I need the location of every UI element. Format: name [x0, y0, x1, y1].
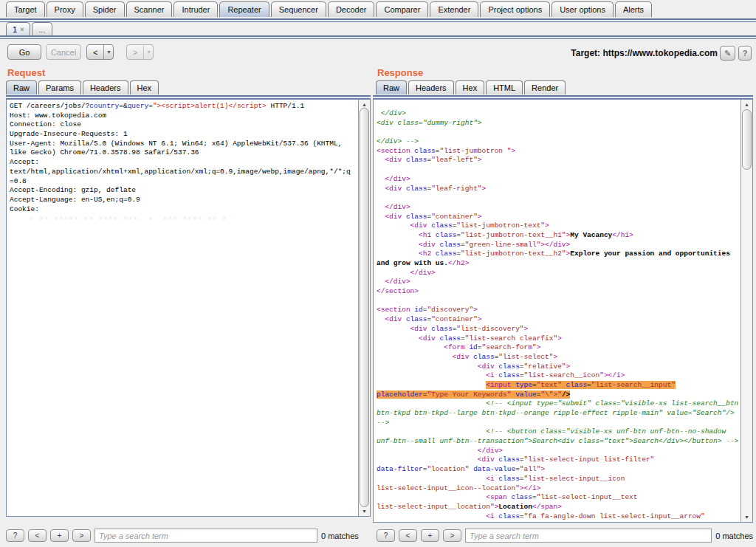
- add-highlight-button[interactable]: +: [50, 529, 69, 542]
- separator-line: [0, 18, 756, 22]
- code-line: <h2 class="list-jumbotron-text__h2">Expl…: [377, 250, 740, 259]
- code-line: <i class="list-select-input__icon: [377, 475, 740, 484]
- tab-target[interactable]: Target: [6, 1, 45, 17]
- scrollbar-thumb[interactable]: [360, 108, 369, 507]
- scroll-up-icon[interactable]: ▲: [359, 101, 370, 108]
- question-icon: ?: [743, 49, 748, 58]
- repeater-tab-more[interactable]: ...: [32, 22, 52, 36]
- tab-alerts[interactable]: Alerts: [615, 1, 652, 17]
- response-panel-title: Response: [377, 67, 423, 78]
- code-line: <!-- <button class="visible-xs unf-btn u…: [377, 427, 740, 437]
- pencil-icon: ✎: [724, 49, 731, 58]
- request-tab-params[interactable]: Params: [38, 80, 81, 94]
- request-tab-hex[interactable]: Hex: [130, 80, 159, 94]
- tab-proxy[interactable]: Proxy: [47, 1, 83, 17]
- code-line: <div class="list-search clearfix">: [377, 334, 740, 344]
- scrollbar-thumb[interactable]: [742, 109, 752, 170]
- code-line: list-select-input__location">Location</s…: [377, 503, 740, 512]
- code-line: <div class="green-line-small"></div>: [377, 241, 740, 250]
- prev-match-button[interactable]: <: [28, 529, 47, 542]
- code-line: <section id="discovery">: [377, 306, 740, 315]
- code-line: · ·· ····· ·· ···· ··· · ··· ···· ·· ·: [10, 214, 358, 224]
- code-line: </div>: [377, 175, 740, 185]
- cancel-button[interactable]: Cancel: [46, 44, 81, 60]
- repeater-tab-1[interactable]: 1 ×: [6, 22, 30, 36]
- tab-comparer[interactable]: Comparer: [376, 1, 428, 17]
- go-button[interactable]: Go: [7, 44, 41, 60]
- previous-request-button[interactable]: < ▾: [86, 44, 114, 60]
- code-line: <i class="list-search__icon"></i>: [377, 371, 740, 381]
- target-url-label: Target: https://www.tokopedia.com: [571, 48, 718, 58]
- tab-intruder[interactable]: Intruder: [173, 1, 218, 17]
- tab-scanner[interactable]: Scanner: [126, 1, 173, 17]
- add-highlight-button[interactable]: +: [421, 529, 439, 542]
- code-line: <div class="relative">: [377, 362, 740, 372]
- response-search-bar: ?<+> 0 matches: [377, 526, 753, 546]
- help-button[interactable]: ?: [377, 529, 395, 542]
- tab-user-options[interactable]: User options: [551, 1, 614, 17]
- separator-line: [0, 35, 756, 39]
- code-line: Accept:: [10, 158, 358, 168]
- prev-match-button[interactable]: <: [399, 529, 417, 542]
- code-line: placeholder="Type Your Keywords" value="…: [377, 391, 740, 400]
- code-line: User-Agent: Mozilla/5.0 (Windows NT 6.1;…: [10, 140, 358, 149]
- request-raw-text[interactable]: GET /careers/jobs/?country=&query="><scr…: [7, 100, 358, 516]
- next-request-button[interactable]: > ▾: [126, 44, 154, 60]
- repeater-tab-label: 1: [13, 25, 17, 34]
- response-tab-hex[interactable]: Hex: [456, 80, 485, 94]
- response-raw-text[interactable]: </div><div class="dummy-right"> </div> -…: [374, 100, 740, 522]
- code-line: <section class="list-jumbotron ">: [377, 147, 740, 156]
- next-match-button[interactable]: >: [72, 529, 91, 542]
- response-editor[interactable]: </div><div class="dummy-right"> </div> -…: [373, 99, 753, 523]
- code-line: </div> -->: [377, 137, 740, 147]
- tab-project-options[interactable]: Project options: [480, 1, 550, 17]
- tab-extender[interactable]: Extender: [430, 1, 478, 17]
- code-line: <div class="list-select">: [377, 353, 740, 362]
- request-search-input[interactable]: [94, 529, 317, 543]
- response-search-input[interactable]: [465, 529, 712, 543]
- code-line: <div class="container">: [377, 213, 740, 222]
- code-line: Cookie:: [10, 205, 358, 215]
- edit-target-button[interactable]: ✎: [720, 46, 735, 61]
- code-line: [377, 193, 740, 203]
- code-line: <div class="list-jumbotron-text">: [377, 221, 740, 231]
- tab-spider[interactable]: Spider: [85, 1, 125, 17]
- code-line: <div class="list-discovery">: [377, 325, 740, 334]
- code-line: <span class="list-select-input__text: [377, 493, 740, 503]
- help-button[interactable]: ?: [738, 46, 752, 61]
- next-match-button[interactable]: >: [443, 529, 461, 542]
- help-button[interactable]: ?: [6, 529, 24, 542]
- tab-sequencer[interactable]: Sequencer: [271, 1, 326, 17]
- code-line: <div class="list-select-input list-filte…: [377, 455, 740, 465]
- code-line: aria-hidden="true"></i>: [377, 521, 740, 522]
- code-line: </div>: [377, 109, 740, 119]
- response-tab-raw[interactable]: Raw: [376, 80, 407, 94]
- code-line: </section>: [377, 287, 740, 297]
- tab-decoder[interactable]: Decoder: [328, 1, 375, 17]
- response-tab-headers[interactable]: Headers: [408, 80, 454, 94]
- request-tab-headers[interactable]: Headers: [83, 80, 128, 94]
- scroll-down-icon[interactable]: ▼: [359, 508, 370, 515]
- code-line: data-filter="location" data-value="all">: [377, 465, 740, 475]
- code-line: Accept-Language: en-US,en;q=0.9: [10, 196, 358, 205]
- request-scrollbar[interactable]: ▲ ▼: [358, 100, 370, 516]
- response-tab-render[interactable]: Render: [524, 80, 566, 94]
- close-icon[interactable]: ×: [20, 26, 24, 33]
- code-line: unf-btn--small unf-btn--transaction">Sea…: [377, 437, 740, 447]
- request-tab-raw[interactable]: Raw: [6, 80, 37, 94]
- code-line: -->: [377, 419, 740, 428]
- chevron-down-icon[interactable]: ▾: [103, 45, 113, 59]
- code-line: [377, 165, 740, 175]
- main-tab-bar: TargetProxySpiderScannerIntruderRepeater…: [6, 1, 653, 17]
- code-line: <form id="search-form">: [377, 343, 740, 353]
- search-nav-buttons: ?<+>: [6, 529, 91, 542]
- previous-arrow[interactable]: <: [87, 45, 103, 59]
- response-tab-html[interactable]: HTML: [486, 80, 523, 94]
- tab-repeater[interactable]: Repeater: [219, 1, 269, 17]
- request-editor[interactable]: GET /careers/jobs/?country=&query="><scr…: [6, 99, 371, 517]
- response-scrollbar[interactable]: ▲ ▼: [740, 100, 752, 522]
- search-nav-buttons: ?<+>: [377, 529, 461, 542]
- scroll-up-icon[interactable]: ▲: [741, 101, 752, 108]
- scroll-down-icon[interactable]: ▼: [741, 514, 752, 520]
- code-line: <!-- <input type="submit" class="visible…: [377, 399, 740, 409]
